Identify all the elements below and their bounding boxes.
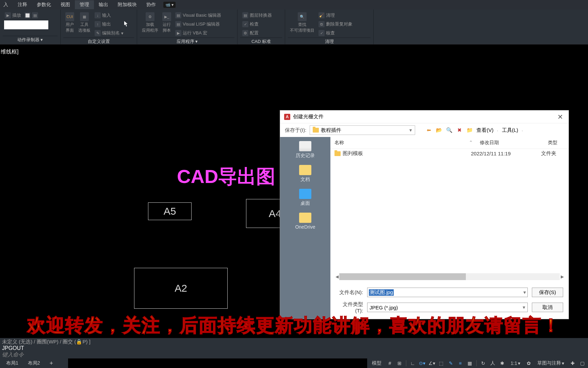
purge-icon: 🧹 [318,12,325,18]
run-script-button[interactable]: ▶_ 运行 脚本 [162,12,172,34]
search-icon: 🔍 [298,12,307,21]
vle-icon: ▤ [175,21,181,27]
find-unpurgeable-button[interactable]: 🔍 查找 不可清理项目 [289,12,315,34]
configure-button[interactable]: ⚙配置 [242,29,273,37]
stop-icon: ▤ [32,12,38,18]
check-button[interactable]: ✓检查 [242,20,273,28]
tool-palettes-button[interactable]: ▦ 工具 选项板 [78,12,91,34]
desktop-icon [299,189,311,199]
save-button[interactable]: 保存(S) [532,288,563,297]
folder-dropdown[interactable]: 教程插件 ▾ [310,125,415,135]
cancel-button[interactable]: 取消 [532,303,563,312]
row-type: 文件夹 [541,150,565,157]
play-button[interactable]: ▶ 插放 ⬜ ▤ [4,12,48,19]
osnap-icon[interactable]: ∠▾ [429,360,435,366]
sidebar-history[interactable]: 历史记录 [296,141,315,159]
menu-annotate[interactable]: 注释 [13,0,32,9]
vbe-button[interactable]: ▤Visual Basic 编辑器 [175,12,222,19]
menu-collab[interactable]: 协作 [142,0,161,9]
snap-icon[interactable]: ⊞ [396,360,403,366]
menu-manage[interactable]: 管理 [75,0,94,9]
close-button[interactable]: ✕ [556,113,565,121]
chevron-down-icon: ▾ [523,289,526,295]
dialog-toolbar: 保存于(I): 教程插件 ▾ ⬅ 📂 🔍 ✖ 📁 查看(V) · 工具(L) · [280,123,569,137]
menu-insert[interactable]: 入 [3,0,13,9]
menu-parametric[interactable]: 参数化 [32,0,56,9]
tab-layout2[interactable]: 布局2 [24,359,44,368]
camera-icon[interactable]: 📹 ▾ [163,2,176,8]
model-button[interactable]: 模型 [370,359,383,367]
dyn-icon[interactable]: ✎ [448,360,454,366]
menu-output[interactable]: 输出 [94,0,113,9]
purge-button[interactable]: 🧹清理 [318,12,353,19]
import-label: 输入 [102,12,111,18]
anno-icon[interactable]: 人 [490,360,496,366]
cui-button[interactable]: CUI 用户 界面 [65,12,75,34]
filename-input[interactable]: 测试图.jpg ▾ [367,288,528,297]
horizontal-scrollbar[interactable]: ◀ ▶ [334,273,565,280]
load-app-button[interactable]: ⚙ 加载 应用程序 [141,12,159,34]
gear-icon[interactable]: ✿ [526,360,532,366]
filetype-dropdown[interactable]: JPEG (*.jpg) ▾ [367,303,528,312]
vle-button[interactable]: ▤Visual LISP 编辑器 [175,20,222,28]
grid-icon[interactable]: # [387,360,393,366]
anno-scale-icon[interactable]: ✱ [499,360,505,366]
search-web-button[interactable]: 🔍 [446,127,453,134]
transparency-icon[interactable]: ▦ [467,360,473,366]
user-interface-label: 用户 界面 [66,22,74,33]
new-folder-button[interactable]: 📁 [466,127,473,134]
layer-translator-button[interactable]: ▤图层转换器 [242,12,273,19]
group-title-action: 动作录制器 ▾ [3,36,58,44]
export-button[interactable]: ↑输出 [94,20,124,28]
layer-translator-label: 图层转换器 [250,12,272,18]
dialog-title-text: 创建光栅文件 [293,113,324,120]
audit-button[interactable]: ✓核查 [318,29,353,37]
sidebar-documents[interactable]: 文档 [299,165,311,183]
col-name-header[interactable]: 名称 [334,140,469,146]
plus-icon[interactable]: ✚ [570,360,576,366]
view-menu[interactable]: 查看(V) [476,127,493,134]
back-button[interactable]: ⬅ [425,127,432,134]
autocad-icon: A [284,114,290,120]
record-icon: ⬜ [24,12,31,18]
run-script-label: 运行 脚本 [163,22,171,33]
scale-button[interactable]: 1:1 ▾ [509,360,522,367]
sidebar-onedrive[interactable]: OneDrive [295,213,315,230]
check-icon: ✓ [242,21,248,27]
command-line[interactable]: 未定义 (无选) / 圈围(WP) / 圈交 (🔒P) ] JPGOUT 键入命… [0,338,588,358]
workspace-button[interactable]: 草图与注释 ▾ [535,359,566,367]
sidebar-desktop[interactable]: 桌面 [299,189,311,206]
cycling-icon[interactable]: ↻ [480,360,486,366]
edit-aliases-button[interactable]: ✎编辑别名 ▾ [94,29,124,37]
run-vba-button[interactable]: ▶运行 VBA 宏 [175,29,222,37]
filename-label: 文件名(N): [336,289,363,296]
history-icon [299,141,311,151]
import-button[interactable]: ↓输入 [94,12,124,19]
cmd-history-line: 未定义 (无选) / 圈围(WP) / 圈交 (🔒P) ] [2,339,586,345]
add-tab-button[interactable]: + [46,358,58,368]
folder-icon [313,128,319,133]
dialog-sidebar: 历史记录 文档 桌面 OneDrive [280,137,330,319]
list-item[interactable]: 图列模板 2022/12/11 11:19 文件夹 [330,149,569,158]
delete-button[interactable]: ✖ [456,127,463,134]
menu-addins[interactable]: 附加模块 [113,0,142,9]
ortho-icon[interactable]: ∟ [410,360,416,366]
cmd-prompt: 键入命令 [2,351,586,358]
up-folder-button[interactable]: 📂 [436,127,442,134]
action-name-input[interactable] [4,20,48,29]
tab-layout1[interactable]: 布局1 [2,359,22,368]
polar-icon[interactable]: ⊙▾ [419,360,425,366]
col-type-header[interactable]: 类型 [548,140,565,146]
scroll-right-icon[interactable]: ▶ [560,273,565,280]
lineweight-icon[interactable]: ≡ [457,360,463,366]
col-date-header[interactable]: 修改日期 [480,140,548,146]
menu-view[interactable]: 视图 [56,0,75,9]
delete-dup-button[interactable]: ⧉删除重复对象 [318,20,353,28]
row-date: 2022/12/11 11:19 [471,151,539,156]
monitor-icon[interactable]: ▢ [579,360,585,366]
audit-icon: ✓ [318,30,325,36]
tools-menu[interactable]: 工具(L) [502,127,518,134]
dup-icon: ⧉ [318,21,325,27]
otrack-icon[interactable]: ⬚ [438,360,444,366]
scroll-left-icon[interactable]: ◀ [334,273,339,280]
